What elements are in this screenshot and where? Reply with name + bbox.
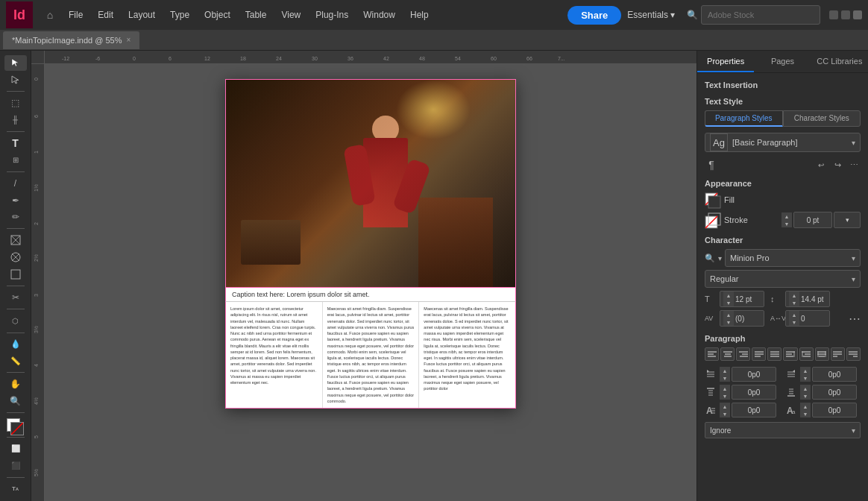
ellipse-frame-tool[interactable]: [4, 250, 27, 265]
tracking-increment[interactable]: ▲: [789, 311, 799, 318]
rectangle-frame-tool[interactable]: [4, 233, 27, 248]
tab-pages[interactable]: Pages: [754, 51, 811, 72]
minimize-button[interactable]: [829, 10, 838, 19]
maximize-button[interactable]: [841, 10, 850, 19]
align-toward-spine-button[interactable]: [783, 347, 797, 361]
leading-decrement[interactable]: ▼: [789, 299, 799, 306]
stock-search-input[interactable]: [701, 5, 820, 25]
share-button[interactable]: Share: [567, 6, 621, 25]
stroke-swatch[interactable]: [705, 212, 720, 227]
menu-view[interactable]: View: [274, 7, 308, 23]
indent-left-decrement[interactable]: ▼: [720, 374, 730, 382]
leading-increment[interactable]: ▲: [789, 292, 799, 299]
menu-type[interactable]: Type: [163, 7, 197, 23]
document-tab[interactable]: *MainTopicImage.indd @ 55% ×: [3, 31, 139, 49]
font-family-select[interactable]: Minion Pro ▾: [725, 249, 861, 267]
align-away-spine-button[interactable]: [799, 347, 814, 361]
leading-input[interactable]: ▲ ▼ 14.4 pt: [785, 291, 830, 307]
kerning-decrement[interactable]: ▼: [723, 318, 734, 326]
chevron-down-icon: ▾: [670, 10, 675, 20]
pen-tool[interactable]: ✒: [4, 192, 27, 208]
rectangle-tool[interactable]: [4, 266, 27, 282]
fill-color-swatch[interactable]: [7, 418, 25, 432]
align-justify-button[interactable]: [752, 347, 766, 361]
tracking-input[interactable]: ▲ ▼ 0: [785, 310, 830, 327]
font-style-select[interactable]: Regular ▾: [705, 270, 861, 288]
zoom-tool[interactable]: 🔍: [4, 394, 27, 409]
normal-mode-button[interactable]: ⬜: [4, 441, 27, 456]
menu-object[interactable]: Object: [197, 7, 238, 23]
kerning-increment[interactable]: ▲: [723, 311, 734, 318]
eyedropper-tool[interactable]: 💧: [4, 336, 27, 352]
align-option-9[interactable]: [831, 347, 845, 361]
indent-right-value[interactable]: 0p0: [812, 367, 857, 382]
hand-tool[interactable]: ✋: [4, 376, 27, 392]
menu-edit[interactable]: Edit: [90, 7, 121, 23]
font-size-decrement[interactable]: ▼: [723, 299, 734, 306]
tab-cc-libraries[interactable]: CC Libraries: [811, 51, 868, 72]
direct-select-tool[interactable]: [4, 72, 27, 88]
indent-right-increment[interactable]: ▲: [800, 367, 811, 374]
menu-table[interactable]: Table: [238, 7, 274, 23]
dropcap-chars-decrement[interactable]: ▼: [800, 410, 811, 418]
text-column-2: Maecenas sit amet fringilla diam. Suspen…: [323, 302, 420, 408]
paragraph-styles-tab[interactable]: Paragraph Styles: [705, 110, 783, 127]
align-right-button[interactable]: [736, 347, 750, 361]
indent-right-decrement[interactable]: ▼: [800, 374, 811, 382]
character-styles-tab[interactable]: Character Styles: [783, 110, 861, 127]
align-center-button[interactable]: [720, 347, 735, 361]
menu-help[interactable]: Help: [403, 7, 436, 23]
essentials-button[interactable]: Essentials ▾: [621, 6, 681, 24]
menu-layout[interactable]: Layout: [121, 7, 163, 23]
kerning-input[interactable]: ▲ ▼ (0): [720, 310, 764, 327]
preview-mode-button[interactable]: ⬛: [4, 458, 27, 473]
free-transform-tool[interactable]: ⬡: [4, 313, 27, 329]
space-after-increment[interactable]: ▲: [800, 385, 811, 392]
font-size-increment[interactable]: ▲: [723, 292, 734, 299]
menu-file[interactable]: File: [61, 7, 90, 23]
stroke-value-input[interactable]: 0 pt: [793, 212, 832, 228]
scissors-tool[interactable]: ✂: [4, 290, 27, 306]
close-button[interactable]: [853, 10, 862, 19]
dropcap-chars-value[interactable]: 0p0: [812, 403, 857, 418]
align-option-10[interactable]: [846, 347, 861, 361]
svg-text:12: 12: [204, 56, 210, 61]
dropcap-chars-increment[interactable]: ▲: [800, 403, 811, 410]
selection-tool[interactable]: [4, 55, 27, 71]
dropcap-lines-decrement[interactable]: ▼: [720, 410, 730, 418]
paragraph-style-select[interactable]: Ag [Basic Paragraph] ▾: [705, 133, 861, 152]
pencil-tool[interactable]: ✏: [4, 209, 27, 225]
indent-left-increment[interactable]: ▲: [720, 367, 730, 374]
space-after-value[interactable]: 0p0: [812, 385, 857, 400]
text-tool[interactable]: T: [4, 136, 27, 151]
gap-tool[interactable]: ╫: [4, 112, 27, 127]
space-after-decrement[interactable]: ▼: [800, 392, 811, 400]
align-justify-spine-button[interactable]: [815, 347, 829, 361]
space-before-increment[interactable]: ▲: [720, 385, 730, 392]
table-tool[interactable]: ⊞: [4, 152, 27, 168]
align-left-button[interactable]: [705, 347, 719, 361]
space-before-decrement[interactable]: ▼: [720, 392, 730, 400]
ignore-select[interactable]: Ignore ▾: [705, 422, 861, 438]
align-justify-all-button[interactable]: [767, 347, 781, 361]
indent-left-value[interactable]: 0p0: [732, 367, 776, 382]
page-tool[interactable]: ⬚: [4, 95, 27, 111]
tab-properties[interactable]: Properties: [697, 51, 754, 72]
dropcap-lines-value[interactable]: 0p0: [732, 403, 776, 418]
tab-close-button[interactable]: ×: [127, 36, 131, 44]
space-before-value[interactable]: 0p0: [732, 385, 776, 400]
home-icon[interactable]: ⌂: [39, 4, 61, 25]
more-options-button[interactable]: ⋯: [849, 312, 861, 326]
line-tool[interactable]: /: [4, 176, 27, 192]
fill-swatch[interactable]: [705, 192, 720, 207]
menu-window[interactable]: Window: [356, 7, 403, 23]
tracking-decrement[interactable]: ▼: [789, 318, 799, 326]
measure-tool[interactable]: 📏: [4, 353, 27, 369]
menu-plugins[interactable]: Plug-Ins: [308, 7, 356, 23]
stroke-increment-button[interactable]: ▲: [781, 212, 792, 220]
dropcap-lines-increment[interactable]: ▲: [720, 403, 730, 410]
stroke-unit-select[interactable]: ▾: [834, 212, 861, 228]
stroke-decrement-button[interactable]: ▼: [781, 220, 792, 227]
frame-grid-text[interactable]: TA: [4, 481, 27, 497]
font-size-input[interactable]: ▲ ▼ 12 pt: [720, 291, 764, 307]
